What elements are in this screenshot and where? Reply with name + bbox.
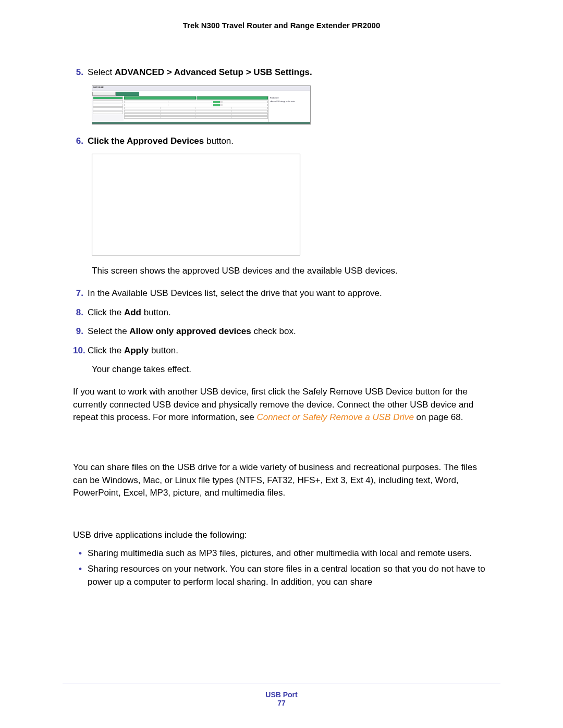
- usb-device-note: If you want to work with another USB dev…: [73, 386, 490, 424]
- step-number: 7.: [73, 287, 88, 300]
- step-9: 9. Select the Allow only approved device…: [73, 325, 490, 338]
- bullet-item: • Sharing resources on your network. You…: [73, 563, 490, 588]
- step-number: 6.: [73, 135, 88, 148]
- bullet-dot-icon: •: [73, 563, 88, 588]
- step-text: Click the Approved Devices button.: [88, 135, 490, 148]
- usb-settings-screenshot: NETGEAR: [92, 85, 311, 125]
- applications-list: • Sharing multimedia such as MP3 files, …: [73, 547, 490, 589]
- link-connect-safely-remove[interactable]: Connect or Safely Remove a USB Drive: [256, 412, 413, 422]
- step-6: 6. Click the Approved Devices button.: [73, 135, 490, 148]
- step-10-result: Your change takes effect.: [92, 363, 490, 376]
- step-text: Select ADVANCED > Advanced Setup > USB S…: [88, 66, 490, 79]
- step-number: 9.: [73, 325, 88, 338]
- bullet-text: Sharing multimedia such as MP3 files, pi…: [88, 547, 490, 560]
- step-text: Click the Add button.: [88, 306, 490, 319]
- file-sharing-description: You can share files on the USB drive for…: [73, 461, 490, 500]
- bullet-dot-icon: •: [73, 547, 88, 560]
- step-7: 7. In the Available USB Devices list, se…: [73, 287, 490, 300]
- step-text: In the Available USB Devices list, selec…: [88, 287, 490, 300]
- footer-page-number: 77: [0, 699, 563, 707]
- page-footer: USB Port 77: [0, 684, 563, 707]
- step-number: 8.: [73, 306, 88, 319]
- applications-intro: USB drive applications include the follo…: [73, 529, 490, 542]
- page-header-title: Trek N300 Travel Router and Range Extend…: [73, 21, 490, 30]
- step-text: Click the Apply button.: [88, 344, 490, 357]
- step-5: 5. Select ADVANCED > Advanced Setup > US…: [73, 66, 490, 79]
- approved-devices-screenshot: [92, 154, 300, 255]
- step-6-description: This screen shows the approved USB devic…: [92, 265, 490, 278]
- step-10: 10. Click the Apply button.: [73, 344, 490, 357]
- footer-section: USB Port: [0, 690, 563, 699]
- step-number: 5.: [73, 66, 88, 79]
- bullet-text: Sharing resources on your network. You c…: [88, 563, 490, 588]
- bullet-item: • Sharing multimedia such as MP3 files, …: [73, 547, 490, 560]
- step-number: 10.: [73, 344, 88, 357]
- step-text: Select the Allow only approved devices c…: [88, 325, 490, 338]
- step-8: 8. Click the Add button.: [73, 306, 490, 319]
